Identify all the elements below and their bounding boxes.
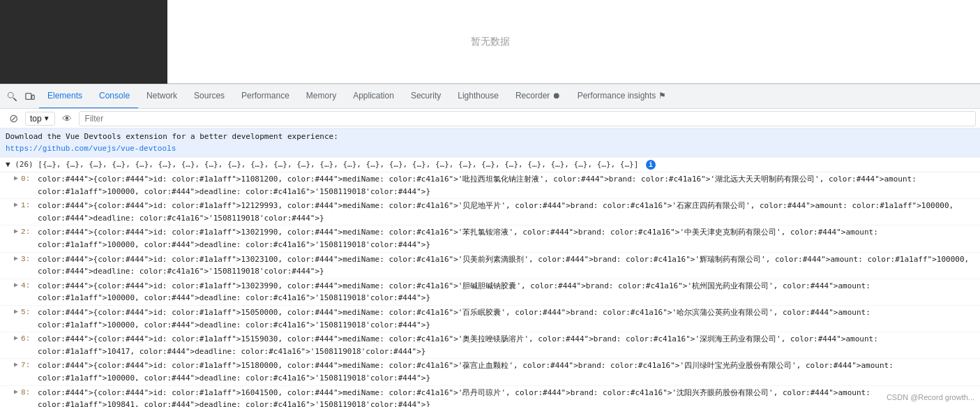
tab-performance[interactable]: Performance	[233, 84, 298, 109]
no-data-text: 暂无数据	[471, 36, 510, 48]
expand-icon[interactable]: ▶	[14, 360, 18, 371]
tab-network[interactable]: Network	[138, 84, 186, 109]
row-content: color:#444">{color:#444">id: color:#1a1a…	[38, 226, 974, 251]
row-content: color:#444">{color:#444">id: color:#1a1a…	[38, 360, 974, 384]
tab-lighthouse[interactable]: Lighthouse	[449, 84, 507, 109]
row-content: color:#444">{color:#444">id: color:#1a1a…	[38, 173, 974, 198]
vue-devtools-link[interactable]: https://github.com/vuejs/vue-devtools	[6, 145, 176, 153]
table-row: ▶6:color:#444">{color:#444">id: color:#1…	[0, 332, 980, 359]
table-row: ▶7:color:#444">{color:#444">id: color:#1…	[0, 359, 980, 385]
tab-recorder[interactable]: Recorder ⏺	[507, 84, 569, 109]
table-row: ▶2:color:#444">{color:#444">id: color:#1…	[0, 225, 980, 252]
row-content: color:#444">{color:#444">id: color:#1a1a…	[38, 387, 974, 407]
row-content: color:#444">{color:#444">id: color:#1a1a…	[38, 253, 974, 278]
tab-sources[interactable]: Sources	[186, 84, 233, 109]
row-content: color:#444">{color:#444">id: color:#1a1a…	[38, 200, 974, 224]
expand-icon[interactable]: ▶	[14, 280, 18, 291]
table-row: ▶1:color:#444">{color:#444">id: color:#1…	[0, 199, 980, 225]
expand-icon[interactable]: ▶	[14, 253, 18, 265]
expand-icon[interactable]: ▶	[14, 387, 18, 398]
row-index: 5:	[21, 306, 35, 319]
inspect-icon-btn[interactable]	[3, 88, 20, 105]
filter-input[interactable]	[79, 111, 976, 126]
row-content: color:#444">{color:#444">id: color:#1a1a…	[38, 306, 974, 331]
tab-console[interactable]: Console	[91, 84, 138, 109]
row-index: 3:	[21, 253, 35, 266]
row-index: 0:	[21, 173, 35, 186]
expand-icon[interactable]: ▶	[14, 226, 18, 237]
tab-performance-insights[interactable]: Performance insights ⚑	[569, 84, 674, 109]
csdn-watermark: CSDN @Record growth...	[887, 393, 974, 401]
table-row: ▶8:color:#444">{color:#444">id: color:#1…	[0, 386, 980, 407]
table-row: ▶5:color:#444">{color:#444">id: color:#1…	[0, 306, 980, 332]
tab-memory[interactable]: Memory	[298, 84, 345, 109]
table-row: ▶4:color:#444">{color:#444">id: color:#1…	[0, 279, 980, 306]
tab-security[interactable]: Security	[402, 84, 449, 109]
context-dropdown-icon: ▼	[43, 114, 50, 122]
devtools-toolbar: Elements Console Network Sources Perform…	[0, 84, 980, 109]
array-header: ▼ (26) [{…}, {…}, {…}, {…}, {…}, {…}, {……	[0, 158, 980, 172]
device-toolbar-icon-btn[interactable]	[22, 88, 38, 105]
row-content: color:#444">{color:#444">id: color:#1a1a…	[38, 280, 974, 304]
expand-icon[interactable]: ▶	[14, 173, 18, 184]
expand-icon[interactable]: ▶	[14, 333, 18, 344]
console-output: Download the Vue Devtools extension for …	[0, 128, 980, 407]
tab-application[interactable]: Application	[345, 84, 402, 109]
row-index: 7:	[21, 360, 35, 372]
context-value: top	[30, 114, 42, 124]
svg-rect-1	[32, 95, 35, 99]
row-content: color:#444">{color:#444">id: color:#1a1a…	[38, 333, 974, 357]
table-row: ▶0:color:#444">{color:#444">id: color:#1…	[0, 172, 980, 199]
eye-icon-btn[interactable]: 👁	[59, 110, 75, 127]
clear-console-btn[interactable]: ⊘	[5, 110, 22, 127]
svg-rect-0	[26, 94, 31, 100]
expand-icon[interactable]: ▶	[14, 306, 18, 318]
console-rows-container: ▶0:color:#444">{color:#444">id: color:#1…	[0, 172, 980, 407]
row-index: 4:	[21, 280, 35, 293]
expand-icon[interactable]: ▶	[14, 200, 18, 211]
row-index: 6:	[21, 333, 35, 346]
console-toolbar: ⊘ top ▼ 👁	[0, 109, 980, 128]
vue-devtools-message: Download the Vue Devtools extension for …	[0, 128, 980, 158]
tab-elements[interactable]: Elements	[39, 84, 91, 109]
row-index: 8:	[21, 387, 35, 399]
dark-sidebar	[0, 0, 167, 84]
info-icon: i	[646, 160, 656, 170]
context-selector[interactable]: top ▼	[25, 112, 55, 126]
row-index: 2:	[21, 226, 35, 239]
row-index: 1:	[21, 200, 35, 212]
table-row: ▶3:color:#444">{color:#444">id: color:#1…	[0, 253, 980, 279]
